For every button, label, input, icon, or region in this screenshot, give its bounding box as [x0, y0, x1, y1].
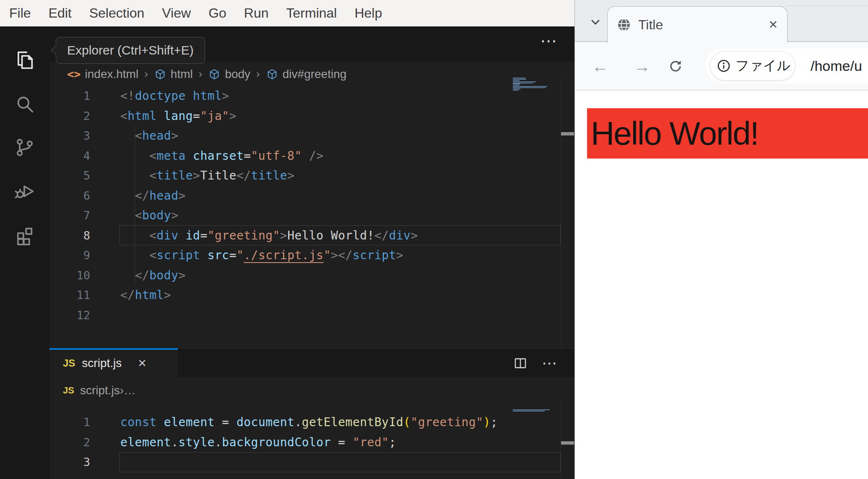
indent-guide	[135, 126, 135, 285]
editor-more-actions-icon[interactable]: ⋯	[542, 354, 557, 372]
menu-item-edit[interactable]: Edit	[49, 5, 72, 21]
tab-search-chevron-icon[interactable]	[589, 16, 602, 29]
breadcrumb-item[interactable]: script.js	[80, 384, 120, 397]
file-scheme-chip[interactable]: ファイル	[710, 51, 795, 81]
editor-tabstrip-js: JS script.js ✕ ⋯	[49, 348, 574, 377]
line-number: 3	[49, 452, 101, 472]
line-number: 4	[49, 146, 101, 166]
menu-item-help[interactable]: Help	[354, 5, 382, 21]
menu-bar: FileEditSelectionViewGoRunTerminalHelp	[0, 0, 574, 26]
browser-toolbar: ← → ファイル /home/u	[575, 42, 868, 91]
scrollbar-marker[interactable]	[561, 441, 574, 445]
vscode-window: FileEditSelectionViewGoRunTerminalHelp ⋯…	[0, 0, 574, 479]
extensions-icon[interactable]	[14, 224, 36, 245]
code-line-3[interactable]: 3 <head>	[49, 126, 574, 146]
browser-tab-title: Title	[638, 17, 768, 33]
tab-script-js[interactable]: JS script.js ✕	[49, 349, 178, 378]
greeting-text: Hello World!	[591, 115, 758, 153]
explorer-icon[interactable]	[14, 49, 36, 71]
minimap[interactable]	[513, 78, 551, 92]
line-number: 8	[49, 226, 101, 246]
window-top-edge	[787, 5, 868, 6]
breadcrumb-item-div#greeting[interactable]: div#greeting	[266, 68, 347, 81]
line-number: 7	[49, 206, 101, 226]
menu-item-run[interactable]: Run	[244, 5, 269, 21]
menu-item-go[interactable]: Go	[208, 5, 226, 21]
breadcrumb-separator: ›	[199, 68, 203, 81]
breadcrumb-item-body[interactable]: body	[208, 68, 250, 81]
line-number: 11	[49, 285, 101, 305]
browser-tab-close-icon[interactable]: ✕	[768, 18, 778, 31]
html-editor[interactable]: 1<!doctype html>2<html lang="ja">3 <head…	[49, 86, 574, 348]
greeting-div: Hello World!	[587, 108, 868, 159]
activity-bar	[0, 26, 50, 479]
minimap-line	[513, 79, 526, 80]
breadcrumb-item-index.html[interactable]: <>index.html	[67, 68, 138, 81]
code-line-5[interactable]: 5 <title>Title</title>	[49, 166, 574, 186]
menu-item-selection[interactable]: Selection	[89, 5, 145, 21]
forward-icon[interactable]: →	[634, 59, 649, 74]
code-line-2[interactable]: 2element.style.backgroundColor = "red";	[49, 432, 574, 453]
menu-item-file[interactable]: File	[9, 5, 31, 21]
run-and-debug-icon[interactable]	[14, 180, 36, 202]
symbol-element-icon	[266, 68, 278, 81]
code-tag-icon: <>	[67, 68, 81, 81]
breadcrumb-separator: ›	[144, 68, 148, 81]
code-line-1[interactable]: 1<!doctype html>	[49, 86, 574, 106]
source-control-icon[interactable]	[14, 136, 36, 158]
reload-icon[interactable]	[668, 59, 683, 74]
split-editor-icon[interactable]	[513, 356, 528, 370]
minimap-line	[513, 409, 550, 410]
scrollbar-marker[interactable]	[561, 132, 574, 135]
tooltip-text: Explorer (Ctrl+Shift+E)	[67, 43, 194, 57]
minimap-line	[513, 86, 547, 87]
code-line-9[interactable]: 9 <script src="./script.js"></script>	[49, 245, 574, 266]
minimap[interactable]	[513, 409, 551, 413]
explorer-tooltip: Explorer (Ctrl+Shift+E)	[56, 37, 205, 64]
code-line-4[interactable]: 4 <meta charset="utf-8" />	[49, 146, 574, 166]
address-bar[interactable]: ファイル /home/u	[706, 48, 868, 83]
minimap-line	[513, 85, 520, 86]
breadcrumb-item-html[interactable]: html	[154, 68, 193, 81]
browser-tab[interactable]: Title ✕	[607, 6, 787, 43]
js-file-icon: JS	[63, 357, 75, 369]
line-number: 10	[49, 266, 101, 286]
scrollbar-track	[561, 78, 561, 348]
code-line-10[interactable]: 10 </body>	[49, 266, 574, 286]
tab-label: script.js	[82, 357, 122, 370]
line-number: 2	[49, 106, 101, 126]
code-line-2[interactable]: 2<html lang="ja">	[49, 106, 574, 126]
js-file-icon: JS	[63, 385, 74, 396]
minimap-line	[513, 90, 519, 91]
tab-close-icon[interactable]: ✕	[138, 357, 147, 370]
active-tab-indicator	[49, 348, 178, 350]
info-icon	[717, 59, 730, 73]
code-line-6[interactable]: 6 </head>	[49, 186, 574, 206]
browser-window: Title ✕ ← → ファイル	[574, 0, 868, 479]
menu-item-terminal[interactable]: Terminal	[286, 5, 337, 21]
line-number: 5	[49, 166, 101, 186]
current-line-highlight	[120, 225, 561, 245]
line-number: 3	[49, 126, 101, 146]
symbol-element-icon	[154, 68, 166, 81]
breadcrumb-js: JS script.js › …	[49, 377, 574, 404]
code-line-1[interactable]: 1const element = document.getElementById…	[49, 412, 574, 432]
code-line-12[interactable]: 12	[49, 305, 574, 325]
globe-icon	[617, 18, 631, 32]
menu-item-view[interactable]: View	[162, 5, 191, 21]
line-number: 1	[49, 412, 101, 432]
breadcrumb-overflow[interactable]: …	[124, 384, 135, 397]
minimap-line	[513, 81, 536, 82]
code-line-7[interactable]: 7 <body>	[49, 206, 574, 226]
back-icon[interactable]: ←	[592, 59, 607, 74]
search-icon[interactable]	[14, 93, 36, 115]
code-line-11[interactable]: 11</html>	[49, 285, 574, 305]
minimap-line	[513, 83, 520, 84]
editor-more-actions-icon[interactable]: ⋯	[540, 32, 557, 49]
browser-tabstrip: Title ✕	[575, 0, 868, 42]
url-path: /home/u	[811, 58, 862, 74]
minimap-line	[513, 411, 545, 411]
current-line-highlight	[120, 452, 561, 472]
minimap-line	[513, 80, 520, 81]
breadcrumb: <>index.html›html›body›div#greeting	[49, 62, 574, 86]
